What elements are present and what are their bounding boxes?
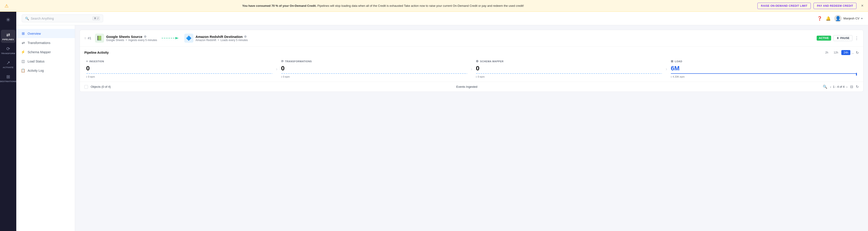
arrow-ingestion-transform: ›	[274, 66, 279, 72]
events-ingested-label: Events Ingested	[456, 85, 477, 88]
pause-label: PAUSE	[840, 37, 849, 40]
transformations-nav-icon: ⇄	[21, 41, 25, 45]
destination-info: Amazon Redshift Destination ⚙ Amazon Red…	[196, 35, 248, 42]
source-name: Google Sheets Source ⚙	[106, 35, 157, 39]
source-icon: 📗	[95, 34, 104, 43]
warning-text: You have consumed 70 % of your On-Demand…	[11, 4, 755, 7]
activity-log-nav-icon: 📋	[21, 68, 25, 73]
ingestion-label: ≡ INGESTION	[86, 60, 272, 63]
sidebar-activate-label: ACTIVATE	[3, 66, 13, 69]
transformations-epm: ℹ 0 epm	[281, 75, 467, 78]
load-metric-icon: ⊞	[671, 60, 674, 63]
schema-mapper-nav-label: Schema Mapper	[28, 50, 51, 54]
connection-arrow-svg	[162, 36, 180, 40]
nav-item-overview[interactable]: ⊞ Overview	[16, 29, 75, 38]
transformations-graph	[281, 73, 467, 74]
objects-search-button[interactable]: 🔍	[823, 85, 827, 89]
source-block: 📗 Google Sheets Source ⚙ Google Sheets	[95, 34, 157, 43]
sidebar-destinations-label: DESTINATIONS	[0, 80, 16, 83]
next-page-button[interactable]: ›	[846, 85, 847, 89]
sidebar-item-transform[interactable]: ⟳ TRANSFORM	[1, 44, 16, 57]
load-status-nav-icon: ◫	[21, 59, 25, 64]
sidebar-item-destinations[interactable]: ⊞ DESTINATIONS	[1, 72, 16, 85]
time-filter-24h[interactable]: 24h	[841, 50, 850, 55]
destinations-icon: ⊞	[6, 74, 10, 79]
schema-mapper-metric-label: ⚙ SCHEMA MAPPER	[476, 60, 662, 63]
activity-refresh-button[interactable]: ↻	[856, 50, 859, 55]
left-nav: ⊞ Overview ⇄ Transformations ⚡ Schema Ma…	[16, 25, 75, 231]
transformations-value: 0	[281, 65, 467, 72]
load-graph-bar	[856, 73, 857, 76]
nav-item-schema-mapper[interactable]: ⚡ Schema Mapper	[16, 47, 75, 56]
destination-block: 🔷 Amazon Redshift Destination ⚙ Amazon R…	[184, 34, 248, 43]
pagination-text: 1 - 4 of 4	[833, 85, 844, 88]
time-more-button[interactable]: ...	[851, 51, 854, 54]
ingestion-value: 0	[86, 65, 272, 72]
pipelines-icon: ⇄	[6, 32, 10, 37]
pipeline-actions: ACTIVE ⏸ PAUSE ⋮	[817, 35, 859, 41]
more-options-button[interactable]: ⋮	[855, 36, 859, 41]
load-epm: ℹ 4.33K epm	[671, 75, 857, 78]
activity-section: Pipeline Activity 2h 12h 24h ... ↻	[80, 46, 863, 82]
destination-gear-icon[interactable]: ⚙	[244, 35, 247, 38]
load-value: 6M	[671, 65, 857, 72]
activate-icon: ↗	[6, 60, 10, 66]
pause-button[interactable]: ⏸ PAUSE	[833, 35, 852, 41]
schema-mapper-graph	[476, 73, 662, 74]
time-filter-12h[interactable]: 12h	[831, 50, 840, 55]
ingestion-icon: ≡	[86, 60, 88, 63]
overview-nav-label: Overview	[28, 32, 41, 35]
help-icon[interactable]: ❓	[817, 16, 822, 21]
banner-close-button[interactable]: ×	[861, 3, 864, 8]
metric-schema-mapper: ⚙ SCHEMA MAPPER 0 ℹ 0 epm	[474, 60, 664, 78]
nav-item-load-status[interactable]: ◫ Load Status	[16, 56, 75, 66]
time-filters: 2h 12h 24h ...	[823, 50, 854, 55]
raise-credit-button[interactable]: RAISE ON-DEMAND CREDIT LIMIT	[757, 3, 811, 9]
sidebar-transform-label: TRANSFORM	[1, 52, 15, 54]
objects-checkbox[interactable]	[84, 85, 88, 89]
nav-item-transformations[interactable]: ⇄ Transformations	[16, 38, 75, 47]
prev-page-button[interactable]: ‹	[830, 85, 831, 89]
source-gear-icon[interactable]: ⚙	[144, 35, 147, 38]
ingestion-graph	[86, 73, 272, 74]
content-area: 🔍 Search Anything ⌘ J ❓ 🔔 👤 Manjesh CV ▾	[16, 12, 868, 231]
activity-log-nav-label: Activity Log	[28, 69, 44, 72]
schema-mapper-metric-icon: ⚙	[476, 60, 479, 63]
metrics-row: ≡ INGESTION 0 ℹ 0 epm ›	[84, 60, 859, 78]
user-section[interactable]: 👤 Manjesh CV ▾	[834, 15, 863, 22]
search-box[interactable]: 🔍 Search Anything ⌘ J	[22, 14, 103, 22]
app-layout: ✳ ⇄ PIPELINES ⟳ TRANSFORM ↗ ACTIVATE ⊞ D…	[0, 12, 868, 231]
redeem-credit-button[interactable]: PAY AND REDEEM CREDIT	[813, 3, 857, 9]
nav-item-activity-log[interactable]: 📋 Activity Log	[16, 66, 75, 75]
metric-ingestion: ≡ INGESTION 0 ℹ 0 epm	[84, 60, 274, 78]
sidebar-item-activate[interactable]: ↗ ACTIVATE	[1, 58, 16, 71]
arrow-transform-schema: ›	[469, 66, 474, 72]
transform-icon: ⟳	[6, 46, 10, 51]
objects-label: Objects (0 of 4)	[91, 85, 111, 88]
schema-mapper-value: 0	[476, 65, 662, 72]
metric-transformations: ⟳ TRANSFORMATIONS 0 ℹ 0 epm	[279, 60, 469, 78]
user-name: Manjesh CV	[843, 17, 859, 20]
sidebar-logo[interactable]: ✳	[1, 14, 16, 25]
overview-nav-icon: ⊞	[21, 31, 25, 36]
rank-number: #1	[88, 36, 91, 40]
arrow-connector	[157, 36, 184, 40]
ingestion-epm: ℹ 0 epm	[86, 75, 272, 78]
logo-icon: ✳	[6, 17, 10, 23]
filter-button[interactable]: ⊟	[850, 85, 853, 89]
search-placeholder: Search Anything	[31, 17, 54, 20]
objects-refresh-button[interactable]: ↻	[856, 85, 859, 89]
time-filter-2h[interactable]: 2h	[823, 50, 831, 55]
activity-controls: 2h 12h 24h ... ↻	[823, 50, 859, 55]
top-header: 🔍 Search Anything ⌘ J ❓ 🔔 👤 Manjesh CV ▾	[16, 12, 868, 25]
search-shortcut: ⌘ J	[93, 16, 100, 20]
bell-icon[interactable]: 🔔	[826, 16, 831, 21]
source-info: Google Sheets Source ⚙ Google Sheets • I…	[106, 35, 157, 42]
svg-marker-1	[175, 37, 179, 39]
arrow-schema-load: ›	[664, 66, 669, 72]
load-metric-label: ⊞ LOAD	[671, 60, 857, 63]
transformations-nav-label: Transformations	[28, 41, 51, 45]
search-icon: 🔍	[25, 17, 29, 20]
activity-header: Pipeline Activity 2h 12h 24h ... ↻	[84, 50, 859, 55]
sidebar-item-pipelines[interactable]: ⇄ PIPELINES	[1, 30, 16, 43]
